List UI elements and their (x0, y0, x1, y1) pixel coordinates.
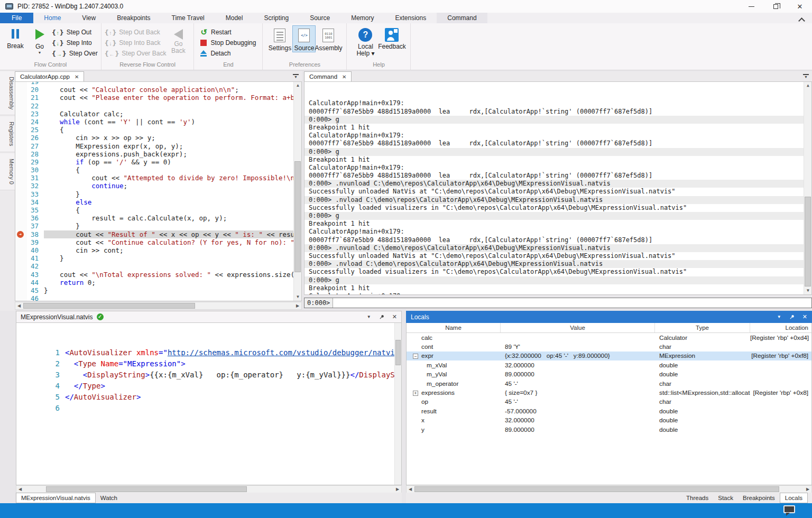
menu-tab-file[interactable]: File (0, 13, 33, 23)
code-editor[interactable]: 1920 cout << "Calculator console applica… (15, 81, 302, 301)
locals-row-expressions[interactable]: +expressions{ size=0x7 }std::list<MExpre… (407, 388, 811, 397)
scroll-up-icon[interactable]: ▲ (294, 82, 302, 89)
rail-tab-memory-0[interactable]: Memory 0 (0, 153, 15, 190)
natvis-vertical-scrollbar[interactable] (394, 323, 401, 485)
go-dropdown-icon[interactable]: ▼ (38, 51, 42, 54)
collapse-icon[interactable]: − (413, 354, 418, 359)
detach-button[interactable]: Detach (200, 48, 256, 59)
bottom-tab-mexpressionvisual-natvis[interactable]: MExpressionVisual.natvis (16, 493, 96, 503)
tab-command[interactable]: Command ✕ (304, 71, 352, 81)
scroll-right-icon[interactable]: ▶ (394, 486, 401, 493)
panel-collapse-icon[interactable]: ▼ (803, 74, 809, 79)
locals-row-x[interactable]: x32.000000double (407, 416, 811, 425)
step-out-button[interactable]: {↑} Step Out (52, 27, 98, 38)
pin-icon[interactable] (789, 314, 795, 320)
locals-row-y[interactable]: y89.000000double (407, 425, 811, 434)
break-button[interactable]: Break (3, 25, 27, 50)
menu-tab-breakpoints[interactable]: Breakpoints (106, 13, 161, 23)
command-output[interactable]: CalculatorApp!main+0x179:00007ff7`687e5b… (304, 81, 812, 295)
locals-row-m_xVal[interactable]: m_xVal32.000000double (407, 360, 811, 369)
restore-button[interactable] (763, 0, 788, 13)
go-back-button[interactable]: GoBack (166, 25, 190, 54)
bottom-tab-threads[interactable]: Threads (681, 493, 713, 503)
scroll-left-icon[interactable]: ◀ (16, 486, 24, 493)
locals-row-op[interactable]: op45 '-'char (407, 397, 811, 406)
scroll-thumb[interactable] (23, 303, 195, 309)
close-icon[interactable]: ✕ (392, 313, 397, 320)
bottom-tab-stack[interactable]: Stack (713, 493, 738, 503)
scroll-thumb[interactable] (395, 340, 401, 365)
command-input[interactable] (333, 298, 811, 308)
step-over-button[interactable]: {→} Step Over (52, 48, 98, 59)
menu-tab-command[interactable]: Command (437, 13, 487, 23)
close-icon[interactable]: ✕ (802, 313, 807, 320)
collapse-ribbon-icon[interactable] (799, 16, 805, 20)
menu-tab-time-travel[interactable]: Time Travel (161, 13, 215, 23)
panel-menu-icon[interactable]: ▼ (777, 314, 781, 319)
locals-row-expr[interactable]: −expr{x:32.000000 op:45 '-' y:89.000000}… (407, 352, 811, 360)
assembly-mode-button[interactable]: 01101001 Assembly (317, 25, 340, 52)
minimize-button[interactable] (739, 0, 763, 13)
scroll-thumb[interactable] (414, 486, 779, 492)
close-icon[interactable]: ✕ (342, 74, 346, 80)
expand-icon[interactable]: + (413, 391, 418, 396)
rail-tab-disassembly[interactable]: Disassembly (0, 71, 15, 115)
panel-menu-icon[interactable]: ▼ (367, 314, 371, 319)
scroll-right-icon[interactable]: ▶ (294, 302, 301, 309)
locals-row-m_yVal[interactable]: m_yVal89.000000double (407, 370, 811, 379)
scroll-right-icon[interactable]: ▶ (804, 486, 811, 493)
step-into-button[interactable]: {↓} Step Into (52, 38, 98, 48)
pin-icon[interactable] (379, 314, 385, 320)
menu-tab-source[interactable]: Source (299, 13, 340, 23)
menu-tab-view[interactable]: View (71, 13, 106, 23)
scroll-down-icon[interactable]: ▼ (804, 287, 812, 294)
scroll-thumb[interactable] (46, 486, 247, 492)
natvis-horizontal-scrollbar[interactable]: ◀ ▶ (16, 485, 402, 493)
close-icon[interactable]: ✕ (75, 74, 79, 80)
current-breakpoint-icon[interactable]: ➔ (17, 231, 24, 238)
locals-row-m_operator[interactable]: m_operator45 '-'char (407, 379, 811, 388)
command-vertical-scrollbar[interactable]: ▲ ▼ (804, 82, 811, 294)
locals-horizontal-scrollbar[interactable]: ◀ ▶ (406, 485, 812, 493)
menu-tab-home[interactable]: Home (33, 13, 71, 23)
scroll-left-icon[interactable]: ◀ (407, 486, 414, 493)
scroll-thumb[interactable] (294, 161, 301, 272)
command-output-line: Breakpoint 1 hit (304, 220, 811, 228)
locals-row-calc[interactable]: calcCalculator[Register 'rbp' +0xd4] (407, 333, 811, 342)
column-header-location[interactable]: Location (750, 323, 811, 332)
scroll-left-icon[interactable]: ◀ (15, 302, 23, 309)
source-vertical-scrollbar[interactable]: ▲ ▼ (293, 82, 301, 301)
step-out-back-button[interactable]: {↑} Step Out Back (105, 27, 167, 38)
locals-row-cont[interactable]: cont89 'Y'char (407, 342, 811, 351)
menu-tab-model[interactable]: Model (215, 13, 254, 23)
column-header-value[interactable]: Value (501, 323, 655, 332)
menu-tab-memory[interactable]: Memory (340, 13, 384, 23)
go-button[interactable]: Go ▼ (27, 25, 52, 54)
locals-row-result[interactable]: result-57.000000double (407, 406, 811, 415)
feedback-button[interactable]: Feedback (379, 25, 405, 50)
restart-button[interactable]: ↺ Restart (200, 27, 256, 38)
feedback-bubble-icon[interactable] (783, 505, 795, 513)
menu-tab-scripting[interactable]: Scripting (253, 13, 299, 23)
settings-button[interactable]: Settings (268, 25, 291, 52)
tab-calculatorapp-cpp[interactable]: CalculatorApp.cpp ✕ (15, 71, 84, 81)
stop-debugging-button[interactable]: Stop Debugging (200, 38, 256, 48)
source-horizontal-scrollbar[interactable]: ◀ ▶ (15, 302, 302, 310)
close-button[interactable]: ✕ (788, 0, 812, 13)
bottom-tab-locals[interactable]: Locals (780, 493, 808, 503)
step-over-back-button[interactable]: {←} Step Over Back (105, 48, 167, 59)
step-into-back-button[interactable]: {↓} Step Into Back (105, 38, 167, 48)
panel-collapse-icon[interactable]: ▼ (293, 74, 299, 79)
column-header-name[interactable]: Name (407, 323, 501, 332)
scroll-up-icon[interactable]: ▲ (804, 82, 812, 89)
menu-tab-extensions[interactable]: Extensions (385, 13, 437, 23)
bottom-tab-breakpoints[interactable]: Breakpoints (738, 493, 780, 503)
source-mode-button[interactable]: </> Source (292, 25, 316, 52)
scroll-down-icon[interactable]: ▼ (294, 293, 302, 301)
local-help-button[interactable]: ? LocalHelp ▾ (352, 25, 379, 57)
column-header-type[interactable]: Type (655, 323, 750, 332)
rail-tab-registers[interactable]: Registers (0, 116, 15, 152)
natvis-editor[interactable]: 1<AutoVisualizer xmlns="http://schemas.m… (16, 323, 402, 485)
bottom-tab-watch[interactable]: Watch (96, 493, 122, 503)
scroll-thumb[interactable] (805, 197, 811, 286)
